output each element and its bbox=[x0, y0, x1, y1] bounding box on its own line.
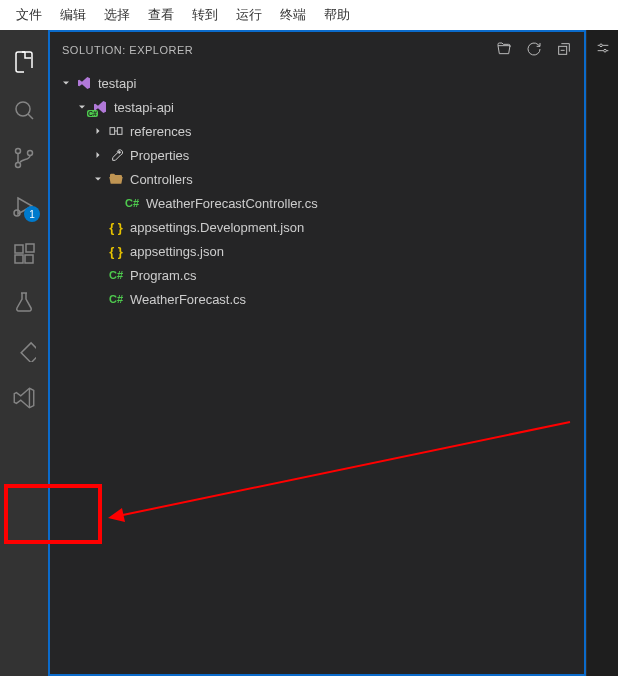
tree-label: WeatherForecastController.cs bbox=[146, 196, 318, 211]
sidebar-header: SOLUTION: EXPLORER bbox=[50, 32, 584, 67]
svg-point-4 bbox=[28, 151, 33, 156]
collapse-all-icon[interactable] bbox=[556, 41, 572, 59]
tree-file-json[interactable]: { } appsettings.json bbox=[50, 239, 584, 263]
refresh-icon[interactable] bbox=[526, 41, 542, 59]
activity-search[interactable] bbox=[0, 86, 48, 134]
tree-label: Program.cs bbox=[130, 268, 196, 283]
csproj-icon: C# bbox=[90, 99, 110, 115]
tree-root[interactable]: testapi bbox=[50, 71, 584, 95]
menu-run[interactable]: 运行 bbox=[228, 2, 270, 28]
tree-folder-controllers[interactable]: Controllers bbox=[50, 167, 584, 191]
menu-view[interactable]: 查看 bbox=[140, 2, 182, 28]
chevron-right-icon bbox=[90, 125, 106, 137]
open-folder-icon[interactable] bbox=[496, 41, 512, 59]
csharp-icon: C# bbox=[106, 293, 126, 305]
sidebar: SOLUTION: EXPLORER bbox=[48, 30, 586, 676]
svg-rect-9 bbox=[25, 255, 33, 263]
chevron-down-icon bbox=[58, 77, 74, 89]
activity-debug[interactable]: 1 bbox=[0, 182, 48, 230]
tree-file-cs[interactable]: C# WeatherForecastController.cs bbox=[50, 191, 584, 215]
svg-point-21 bbox=[603, 49, 606, 52]
svg-rect-11 bbox=[21, 343, 36, 362]
files-icon bbox=[12, 50, 36, 74]
sidebar-title: SOLUTION: EXPLORER bbox=[62, 44, 193, 56]
chevron-right-icon bbox=[90, 149, 106, 161]
svg-rect-15 bbox=[117, 128, 122, 135]
tree-label: appsettings.json bbox=[130, 244, 224, 259]
activity-explorer[interactable] bbox=[0, 38, 48, 86]
editor-strip bbox=[586, 30, 618, 676]
vs-solution-icon bbox=[11, 385, 37, 411]
debug-badge: 1 bbox=[24, 206, 40, 222]
json-icon: { } bbox=[106, 244, 126, 259]
csharp-icon: C# bbox=[122, 197, 142, 209]
menu-edit[interactable]: 编辑 bbox=[52, 2, 94, 28]
tree-file-cs[interactable]: C# Program.cs bbox=[50, 263, 584, 287]
activity-bar: 1 bbox=[0, 30, 48, 676]
tree-label: testapi-api bbox=[114, 100, 174, 115]
main-area: 1 SOLUTION: EXPLORER bbox=[0, 30, 618, 676]
properties-icon bbox=[106, 147, 126, 163]
settings-icon[interactable] bbox=[595, 40, 611, 59]
tree-references[interactable]: references bbox=[50, 119, 584, 143]
svg-rect-10 bbox=[26, 244, 34, 252]
menu-goto[interactable]: 转到 bbox=[184, 2, 226, 28]
menu-terminal[interactable]: 终端 bbox=[272, 2, 314, 28]
tree-label: testapi bbox=[98, 76, 136, 91]
svg-point-17 bbox=[118, 151, 120, 153]
tree-label: Properties bbox=[130, 148, 189, 163]
branch-icon bbox=[12, 146, 36, 170]
search-icon bbox=[12, 98, 36, 122]
svg-line-1 bbox=[28, 114, 33, 119]
svg-rect-14 bbox=[110, 128, 115, 135]
flask-icon bbox=[12, 290, 36, 314]
tree: testapi C# testapi-api bbox=[50, 67, 584, 674]
menu-select[interactable]: 选择 bbox=[96, 2, 138, 28]
svg-point-3 bbox=[16, 163, 21, 168]
diamond-icon bbox=[12, 338, 36, 362]
tree-label: references bbox=[130, 124, 191, 139]
tree-file-cs[interactable]: C# WeatherForecast.cs bbox=[50, 287, 584, 311]
extensions-icon bbox=[12, 242, 36, 266]
activity-git-graph[interactable] bbox=[0, 326, 48, 374]
folder-open-icon bbox=[106, 171, 126, 187]
svg-point-0 bbox=[16, 102, 30, 116]
tree-file-json[interactable]: { } appsettings.Development.json bbox=[50, 215, 584, 239]
svg-rect-7 bbox=[15, 245, 23, 253]
tree-project[interactable]: C# testapi-api bbox=[50, 95, 584, 119]
references-icon bbox=[106, 123, 126, 139]
svg-point-2 bbox=[16, 149, 21, 154]
tree-label: appsettings.Development.json bbox=[130, 220, 304, 235]
activity-solution[interactable] bbox=[0, 374, 48, 422]
menu-help[interactable]: 帮助 bbox=[316, 2, 358, 28]
activity-extensions[interactable] bbox=[0, 230, 48, 278]
sidebar-actions bbox=[496, 41, 572, 59]
chevron-down-icon bbox=[90, 173, 106, 185]
csharp-icon: C# bbox=[106, 269, 126, 281]
menu-file[interactable]: 文件 bbox=[8, 2, 50, 28]
json-icon: { } bbox=[106, 220, 126, 235]
svg-point-20 bbox=[599, 44, 602, 47]
svg-rect-8 bbox=[15, 255, 23, 263]
activity-source-control[interactable] bbox=[0, 134, 48, 182]
solution-icon bbox=[74, 75, 94, 91]
activity-testing[interactable] bbox=[0, 278, 48, 326]
tree-label: WeatherForecast.cs bbox=[130, 292, 246, 307]
tree-label: Controllers bbox=[130, 172, 193, 187]
menubar: 文件 编辑 选择 查看 转到 运行 终端 帮助 bbox=[0, 0, 618, 30]
tree-properties[interactable]: Properties bbox=[50, 143, 584, 167]
